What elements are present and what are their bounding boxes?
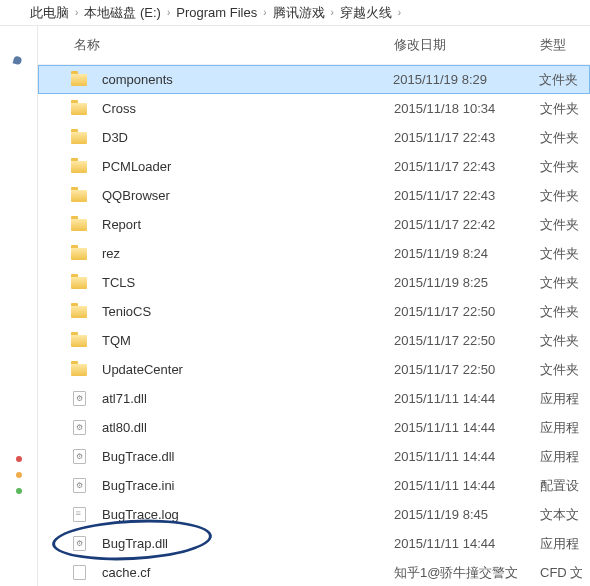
- file-name: BugTrace.log: [98, 507, 394, 522]
- file-row[interactable]: atl71.dll2015/11/11 14:44应用程: [38, 384, 590, 413]
- file-date: 2015/11/17 22:50: [394, 304, 540, 319]
- header-name[interactable]: 名称: [70, 36, 394, 54]
- chevron-right-icon: ›: [167, 7, 170, 18]
- file-name: Report: [98, 217, 394, 232]
- file-row[interactable]: BugTrace.log2015/11/19 8:45文本文: [38, 500, 590, 529]
- file-type: 文本文: [540, 506, 590, 524]
- file-name: UpdateCenter: [98, 362, 394, 377]
- file-date: 2015/11/17 22:50: [394, 333, 540, 348]
- header-date[interactable]: 修改日期: [394, 36, 540, 54]
- file-row[interactable]: BugTrace.dll2015/11/11 14:44应用程: [38, 442, 590, 471]
- file-name: D3D: [98, 130, 394, 145]
- bc-item[interactable]: 腾讯游戏: [273, 4, 325, 22]
- file-type: 文件夹: [540, 361, 590, 379]
- file-type: 文件夹: [540, 303, 590, 321]
- file-type: 应用程: [540, 419, 590, 437]
- file-icon: [70, 391, 88, 407]
- file-type: 应用程: [540, 390, 590, 408]
- column-headers[interactable]: 名称 修改日期 类型: [38, 26, 590, 65]
- bc-item[interactable]: 此电脑: [30, 4, 69, 22]
- file-type: 文件夹: [540, 274, 590, 292]
- file-type: 配置设: [540, 477, 590, 495]
- file-row[interactable]: Cross2015/11/18 10:34文件夹: [38, 94, 590, 123]
- file-type: 文件夹: [540, 187, 590, 205]
- file-row[interactable]: UpdateCenter2015/11/17 22:50文件夹: [38, 355, 590, 384]
- folder-icon: [70, 188, 88, 204]
- file-row[interactable]: PCMLoader2015/11/17 22:43文件夹: [38, 152, 590, 181]
- file-name: PCMLoader: [98, 159, 394, 174]
- folder-icon: [70, 275, 88, 291]
- file-type: CFD 文: [540, 564, 590, 582]
- file-type: 文件夹: [539, 71, 589, 89]
- bc-item[interactable]: 本地磁盘 (E:): [84, 4, 161, 22]
- file-date: 2015/11/11 14:44: [394, 478, 540, 493]
- file-row[interactable]: components2015/11/19 8:29文件夹: [38, 65, 590, 94]
- file-name: cache.cf: [98, 565, 394, 580]
- file-name: rez: [98, 246, 394, 261]
- file-row[interactable]: QQBrowser2015/11/17 22:43文件夹: [38, 181, 590, 210]
- file-date: 知乎1@骄牛撞交警文: [394, 564, 540, 582]
- file-icon: [70, 449, 88, 465]
- file-date: 2015/11/17 22:50: [394, 362, 540, 377]
- file-date: 2015/11/19 8:45: [394, 507, 540, 522]
- file-date: 2015/11/18 10:34: [394, 101, 540, 116]
- file-name: QQBrowser: [98, 188, 394, 203]
- file-icon: [70, 420, 88, 436]
- file-date: 2015/11/11 14:44: [394, 536, 540, 551]
- folder-icon: [70, 101, 88, 117]
- chevron-right-icon: ›: [263, 7, 266, 18]
- file-name: components: [98, 72, 393, 87]
- file-name: TCLS: [98, 275, 394, 290]
- file-date: 2015/11/11 14:44: [394, 391, 540, 406]
- file-date: 2015/11/19 8:29: [393, 72, 539, 87]
- pin-icon[interactable]: [9, 53, 28, 72]
- file-row[interactable]: BugTrap.dll2015/11/11 14:44应用程: [38, 529, 590, 558]
- file-date: 2015/11/11 14:44: [394, 420, 540, 435]
- file-type: 文件夹: [540, 158, 590, 176]
- header-type[interactable]: 类型: [540, 36, 590, 54]
- folder-icon: [70, 333, 88, 349]
- file-type: 文件夹: [540, 129, 590, 147]
- file-name: TenioCS: [98, 304, 394, 319]
- file-date: 2015/11/17 22:43: [394, 159, 540, 174]
- breadcrumb[interactable]: 此电脑 › 本地磁盘 (E:) › Program Files › 腾讯游戏 ›…: [0, 0, 590, 26]
- bc-item[interactable]: 穿越火线: [340, 4, 392, 22]
- sidebar: [0, 26, 38, 586]
- bc-item[interactable]: Program Files: [176, 5, 257, 20]
- file-name: Cross: [98, 101, 394, 116]
- file-row[interactable]: TCLS2015/11/19 8:25文件夹: [38, 268, 590, 297]
- file-name: atl80.dll: [98, 420, 394, 435]
- file-row[interactable]: TQM2015/11/17 22:50文件夹: [38, 326, 590, 355]
- chevron-right-icon: ›: [75, 7, 78, 18]
- file-name: BugTrace.ini: [98, 478, 394, 493]
- file-icon: [70, 478, 88, 494]
- file-type: 应用程: [540, 535, 590, 553]
- file-icon: [70, 536, 88, 552]
- folder-icon: [70, 362, 88, 378]
- quick-access-icon[interactable]: [16, 456, 22, 462]
- folder-icon: [70, 217, 88, 233]
- file-row[interactable]: D3D2015/11/17 22:43文件夹: [38, 123, 590, 152]
- file-row[interactable]: BugTrace.ini2015/11/11 14:44配置设: [38, 471, 590, 500]
- quick-access-icon[interactable]: [16, 488, 22, 494]
- file-row[interactable]: cache.cf知乎1@骄牛撞交警文CFD 文: [38, 558, 590, 586]
- file-row[interactable]: atl80.dll2015/11/11 14:44应用程: [38, 413, 590, 442]
- file-name: BugTrace.dll: [98, 449, 394, 464]
- folder-icon: [70, 304, 88, 320]
- chevron-right-icon: ›: [398, 7, 401, 18]
- file-type: 文件夹: [540, 245, 590, 263]
- file-date: 2015/11/17 22:43: [394, 130, 540, 145]
- file-date: 2015/11/11 14:44: [394, 449, 540, 464]
- file-type: 应用程: [540, 448, 590, 466]
- file-row[interactable]: Report2015/11/17 22:42文件夹: [38, 210, 590, 239]
- file-type: 文件夹: [540, 100, 590, 118]
- file-list: 名称 修改日期 类型 components2015/11/19 8:29文件夹C…: [38, 26, 590, 586]
- file-row[interactable]: TenioCS2015/11/17 22:50文件夹: [38, 297, 590, 326]
- folder-icon: [70, 130, 88, 146]
- file-row[interactable]: rez2015/11/19 8:24文件夹: [38, 239, 590, 268]
- file-name: BugTrap.dll: [98, 536, 394, 551]
- folder-icon: [70, 159, 88, 175]
- quick-access-icon[interactable]: [16, 472, 22, 478]
- file-name: atl71.dll: [98, 391, 394, 406]
- folder-icon: [70, 246, 88, 262]
